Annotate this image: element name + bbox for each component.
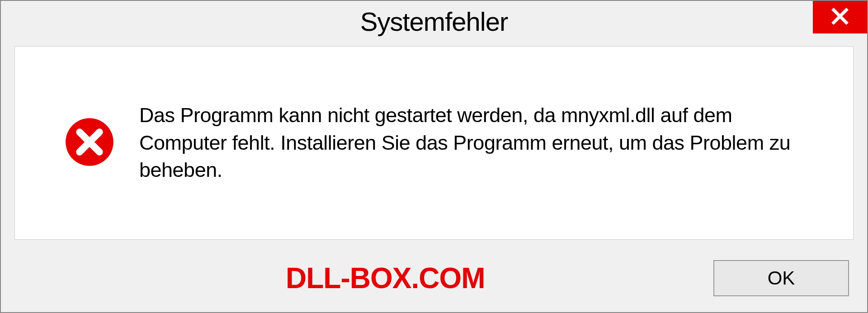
error-icon [65, 117, 114, 169]
watermark: DLL-BOX.COM [286, 261, 485, 295]
ok-button[interactable]: OK [713, 260, 849, 296]
titlebar: Systemfehler [1, 1, 867, 42]
close-icon [830, 7, 849, 28]
close-button[interactable] [813, 1, 867, 33]
dialog-title: Systemfehler [360, 6, 508, 37]
message-panel: Das Programm kann nicht gestartet werden… [14, 46, 854, 240]
bottom-bar: DLL-BOX.COM OK [1, 249, 867, 312]
system-error-dialog: Systemfehler Das Programm kann nicht ges… [0, 0, 868, 313]
error-message: Das Programm kann nicht gestartet werden… [139, 102, 817, 184]
